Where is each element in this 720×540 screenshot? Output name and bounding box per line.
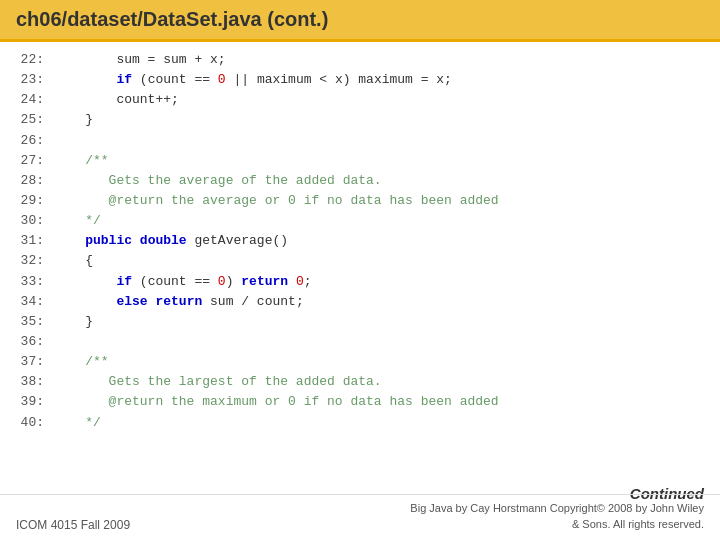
code-line: 39: @return the maximum or 0 if no data … xyxy=(16,392,704,412)
line-number: 27: xyxy=(16,151,54,171)
code-line: 23: if (count == 0 || maximum < x) maxim… xyxy=(16,70,704,90)
code-line: 25: } xyxy=(16,110,704,130)
code-text: @return the average or 0 if no data has … xyxy=(54,191,499,211)
line-number: 39: xyxy=(16,392,54,412)
line-number: 29: xyxy=(16,191,54,211)
line-number: 22: xyxy=(16,50,54,70)
line-number: 25: xyxy=(16,110,54,130)
line-number: 30: xyxy=(16,211,54,231)
line-number: 33: xyxy=(16,272,54,292)
code-text: */ xyxy=(54,413,101,433)
header: ch06/dataset/DataSet.java (cont.) xyxy=(0,0,720,42)
code-line: 35: } xyxy=(16,312,704,332)
code-text: sum = sum + x; xyxy=(54,50,226,70)
line-number: 40: xyxy=(16,413,54,433)
code-line: 38: Gets the largest of the added data. xyxy=(16,372,704,392)
code-line: 24: count++; xyxy=(16,90,704,110)
code-text: { xyxy=(54,251,93,271)
code-line: 22: sum = sum + x; xyxy=(16,50,704,70)
code-line: 26: xyxy=(16,131,704,151)
code-text: /** xyxy=(54,352,109,372)
code-text: else return sum / count; xyxy=(54,292,304,312)
line-number: 23: xyxy=(16,70,54,90)
code-line: 32: { xyxy=(16,251,704,271)
line-number: 24: xyxy=(16,90,54,110)
code-line: 30: */ xyxy=(16,211,704,231)
line-number: 37: xyxy=(16,352,54,372)
line-number: 28: xyxy=(16,171,54,191)
footer: ICOM 4015 Fall 2009 Big Java by Cay Hors… xyxy=(0,494,720,540)
code-line: 29: @return the average or 0 if no data … xyxy=(16,191,704,211)
code-area: 22: sum = sum + x;23: if (count == 0 || … xyxy=(0,42,720,441)
code-text: */ xyxy=(54,211,101,231)
code-text: @return the maximum or 0 if no data has … xyxy=(54,392,499,412)
code-text: } xyxy=(54,312,93,332)
line-number: 34: xyxy=(16,292,54,312)
line-number: 26: xyxy=(16,131,54,151)
code-line: 37: /** xyxy=(16,352,704,372)
code-text: if (count == 0 || maximum < x) maximum =… xyxy=(54,70,452,90)
line-number: 36: xyxy=(16,332,54,352)
code-line: 28: Gets the average of the added data. xyxy=(16,171,704,191)
line-number: 31: xyxy=(16,231,54,251)
line-number: 38: xyxy=(16,372,54,392)
line-number: 32: xyxy=(16,251,54,271)
code-text: Gets the largest of the added data. xyxy=(54,372,382,392)
code-text: Gets the average of the added data. xyxy=(54,171,382,191)
code-text: /** xyxy=(54,151,109,171)
header-title: ch06/dataset/DataSet.java (cont.) xyxy=(16,8,328,30)
code-line: 27: /** xyxy=(16,151,704,171)
footer-left: ICOM 4015 Fall 2009 xyxy=(16,518,130,532)
footer-right: Big Java by Cay Horstmann Copyright© 200… xyxy=(410,501,704,532)
code-line: 34: else return sum / count; xyxy=(16,292,704,312)
code-text: public double getAverage() xyxy=(54,231,288,251)
code-line: 31: public double getAverage() xyxy=(16,231,704,251)
code-line: 36: xyxy=(16,332,704,352)
code-line: 33: if (count == 0) return 0; xyxy=(16,272,704,292)
line-number: 35: xyxy=(16,312,54,332)
code-text: count++; xyxy=(54,90,179,110)
code-text: } xyxy=(54,110,93,130)
code-text: if (count == 0) return 0; xyxy=(54,272,312,292)
code-line: 40: */ xyxy=(16,413,704,433)
